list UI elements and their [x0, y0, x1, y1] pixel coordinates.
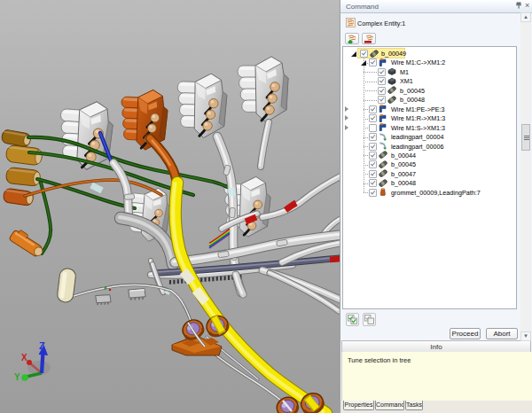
svg-text:Z: Z	[39, 340, 45, 351]
svg-text:Y: Y	[14, 372, 20, 382]
svg-text:X: X	[21, 353, 27, 362]
